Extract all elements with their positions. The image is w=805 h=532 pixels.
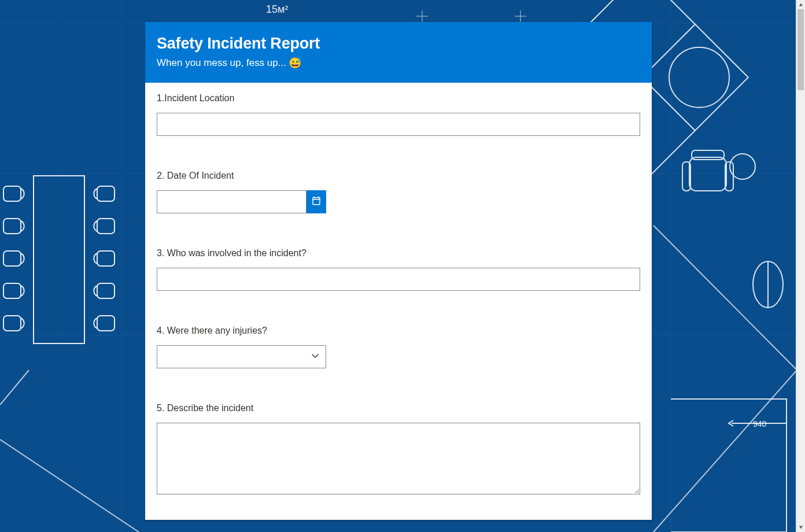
question-label: 5. Describe the incident <box>157 403 640 413</box>
svg-line-36 <box>0 370 29 405</box>
question-text: Were there any injuries? <box>167 326 267 335</box>
svg-rect-23 <box>682 162 690 191</box>
question-who-involved: 3. Who was involved in the incident? <box>157 248 640 291</box>
question-text: Incident Location <box>164 93 234 103</box>
question-number: 4. <box>157 326 164 335</box>
svg-rect-14 <box>97 219 115 234</box>
svg-rect-7 <box>34 176 84 343</box>
incident-location-input[interactable] <box>157 113 640 136</box>
svg-marker-37 <box>799 3 803 6</box>
svg-rect-25 <box>692 150 724 160</box>
form-subtitle: When you mess up, fess up... 😅 <box>157 57 640 69</box>
date-picker-button[interactable] <box>307 190 326 213</box>
date-of-incident-input[interactable] <box>157 190 307 213</box>
svg-point-19 <box>656 35 741 120</box>
question-label: 2. Date Of Incident <box>157 171 640 181</box>
svg-rect-22 <box>689 157 726 191</box>
form-subtitle-text: When you mess up, fess up... <box>157 57 286 69</box>
question-label: 1.Incident Location <box>157 93 640 104</box>
svg-rect-8 <box>3 186 21 201</box>
injuries-select-wrap <box>157 345 326 368</box>
svg-line-35 <box>0 439 139 532</box>
form-card: Safety Incident Report When you mess up,… <box>145 22 652 520</box>
svg-rect-11 <box>3 283 21 298</box>
svg-marker-38 <box>799 526 803 529</box>
bg-area-text: 15м² <box>266 3 288 15</box>
scroll-thumb[interactable] <box>797 9 804 90</box>
question-incident-location: 1.Incident Location <box>157 93 640 136</box>
window-scrollbar[interactable] <box>796 0 805 532</box>
question-label: 3. Who was involved in the incident? <box>157 248 640 258</box>
question-text: Date Of Incident <box>167 171 234 180</box>
question-text: Describe the incident <box>167 403 253 413</box>
form-title: Safety Incident Report <box>157 35 640 53</box>
date-field-wrap <box>157 190 326 213</box>
page-viewport: 15м² 940 Safety Incident Report When you… <box>0 0 797 532</box>
question-number: 3. <box>157 248 164 258</box>
scroll-down-button[interactable] <box>796 523 805 532</box>
question-number: 5. <box>157 403 164 413</box>
question-describe-incident: 5. Describe the incident <box>157 403 640 497</box>
describe-incident-textarea[interactable] <box>157 423 640 494</box>
svg-rect-9 <box>3 219 21 234</box>
svg-rect-15 <box>97 251 115 266</box>
svg-line-30 <box>653 370 797 532</box>
svg-rect-16 <box>97 283 115 298</box>
question-date-of-incident: 2. Date Of Incident <box>157 171 640 213</box>
svg-rect-12 <box>3 316 21 331</box>
svg-rect-10 <box>3 251 21 266</box>
svg-rect-24 <box>725 162 733 191</box>
injuries-select[interactable] <box>157 345 326 368</box>
svg-point-27 <box>753 261 783 308</box>
question-text: Who was involved in the incident? <box>167 248 307 258</box>
question-any-injuries: 4. Were there any injuries? <box>157 326 640 368</box>
form-body: 1.Incident Location 2. Date Of Incident <box>145 83 652 520</box>
form-header: Safety Incident Report When you mess up,… <box>145 22 652 83</box>
svg-line-29 <box>653 226 797 370</box>
question-number: 2. <box>157 171 164 180</box>
svg-rect-17 <box>97 316 115 331</box>
svg-point-26 <box>730 154 755 179</box>
question-number: 1. <box>157 93 164 103</box>
scroll-rail[interactable] <box>796 9 805 523</box>
bg-dimension-text: 940 <box>753 419 767 428</box>
svg-rect-13 <box>97 186 115 201</box>
who-involved-input[interactable] <box>157 268 640 291</box>
calendar-icon <box>311 195 322 208</box>
scroll-up-button[interactable] <box>796 0 805 9</box>
sweat-smile-emoji-icon: 😅 <box>289 58 301 68</box>
question-label: 4. Were there any injuries? <box>157 326 640 336</box>
